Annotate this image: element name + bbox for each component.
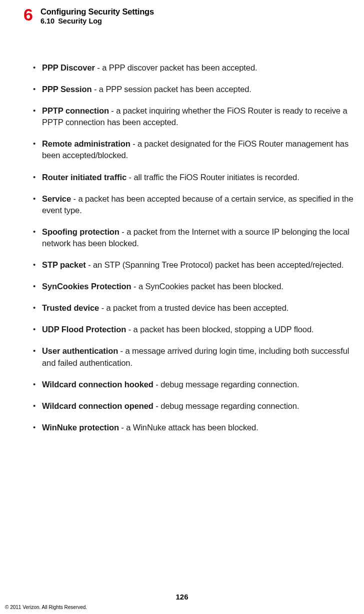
desc: - a PPP session packet has been accepted… — [92, 85, 251, 94]
section-title: Security Log — [58, 17, 102, 25]
desc: - a WinNuke attack has been blocked. — [119, 423, 258, 432]
term: WinNuke protection — [42, 423, 119, 432]
list-item: Wildcard connection hooked - debug messa… — [32, 379, 364, 390]
list-item: WinNuke protection - a WinNuke attack ha… — [32, 422, 364, 433]
term: STP packet — [42, 260, 86, 269]
header-titles: Configuring Security Settings 6.10Securi… — [40, 7, 154, 25]
term: SynCookies Protection — [42, 282, 132, 291]
list-item: SynCookies Protection - a SynCookies pac… — [32, 281, 364, 292]
term: UDP Flood Protection — [42, 325, 126, 334]
list-item: UDP Flood Protection - a packet has been… — [32, 324, 364, 335]
desc: - a SynCookies packet has been blocked. — [132, 282, 284, 291]
copyright: © 2011 Verizon. All Rights Reserved. — [5, 604, 87, 610]
term: PPP Session — [42, 85, 92, 94]
term: PPTP connection — [42, 106, 109, 115]
section-line: 6.10Security Log — [40, 17, 154, 25]
term: User authentication — [42, 346, 118, 355]
term: Wildcard connection opened — [42, 401, 154, 410]
desc: - an STP (Spanning Tree Protocol) packet… — [86, 260, 344, 269]
list-item: PPTP connection - a packet inquiring whe… — [32, 105, 364, 128]
list-item: PPP Discover - a PPP discover packet has… — [32, 62, 364, 74]
desc: - a packet has been blocked, stopping a … — [126, 325, 314, 334]
desc: - a packet from a trusted device has bee… — [99, 303, 288, 312]
term: Router initiated traffic — [42, 173, 126, 182]
term: Wildcard connection hooked — [42, 380, 154, 389]
list-item: Remote administration - a packet designa… — [32, 138, 364, 161]
list-item: User authentication - a message arrived … — [32, 345, 364, 368]
term: Remote administration — [42, 139, 130, 148]
term: PPP Discover — [42, 63, 95, 72]
page-content: PPP Discover - a PPP discover packet has… — [0, 25, 364, 433]
page-header: 6 Configuring Security Settings 6.10Secu… — [0, 0, 364, 25]
list-item: Spoofing protection - a packet from the … — [32, 226, 364, 249]
desc: - debug message regarding connection. — [154, 401, 300, 410]
desc: - a PPP discover packet has been accepte… — [95, 63, 258, 72]
list-item: Service - a packet has been accepted bec… — [32, 193, 364, 216]
desc: - a packet has been accepted because of … — [42, 194, 353, 215]
definition-list: PPP Discover - a PPP discover packet has… — [32, 62, 364, 433]
page-number: 126 — [0, 592, 364, 601]
term: Service — [42, 194, 71, 203]
term: Trusted device — [42, 303, 99, 312]
desc: - all traffic the FiOS Router initiates … — [126, 173, 300, 182]
term: Spoofing protection — [42, 227, 120, 236]
chapter-number: 6 — [24, 6, 32, 23]
list-item: Router initiated traffic - all traffic t… — [32, 172, 364, 183]
section-number: 6.10 — [40, 17, 54, 25]
list-item: Wildcard connection opened - debug messa… — [32, 400, 364, 412]
list-item: Trusted device - a packet from a trusted… — [32, 302, 364, 314]
desc: - debug message regarding connection. — [154, 380, 300, 389]
list-item: PPP Session - a PPP session packet has b… — [32, 84, 364, 95]
chapter-title: Configuring Security Settings — [40, 7, 154, 17]
list-item: STP packet - an STP (Spanning Tree Proto… — [32, 259, 364, 271]
